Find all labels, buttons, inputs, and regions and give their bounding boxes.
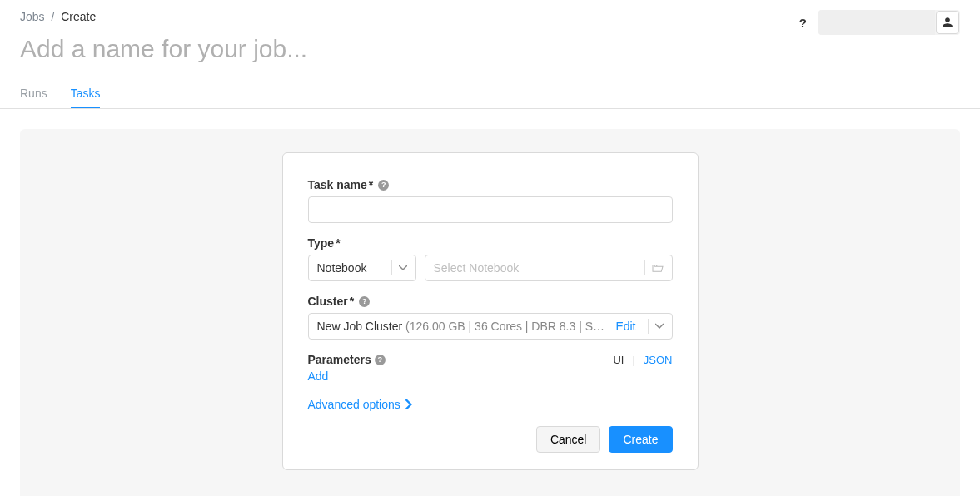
task-name-label: Task name* ? (308, 178, 673, 191)
user-avatar-icon[interactable] (936, 11, 959, 34)
notebook-select-placeholder: Select Notebook (434, 261, 638, 275)
help-tooltip-icon[interactable]: ? (378, 180, 389, 191)
type-select-value: Notebook (317, 261, 385, 275)
create-button[interactable]: Create (609, 426, 672, 453)
help-tooltip-icon[interactable]: ? (375, 355, 386, 365)
cluster-value: New Job Cluster (126.00 GB | 36 Cores | … (317, 320, 611, 333)
breadcrumb-separator: / (51, 10, 54, 23)
user-name-placeholder (818, 10, 935, 35)
help-tooltip-icon[interactable]: ? (359, 296, 370, 307)
notebook-select[interactable]: Select Notebook (425, 255, 673, 281)
chevron-down-icon (655, 322, 664, 330)
breadcrumb: Jobs / Create (20, 10, 96, 23)
content-area: Task name* ? Type* Notebook Select Noteb… (20, 129, 960, 496)
advanced-options-toggle[interactable]: Advanced options (308, 398, 673, 411)
cluster-label: Cluster* ? (308, 295, 673, 308)
type-label: Type* (308, 236, 673, 250)
breadcrumb-root[interactable]: Jobs (20, 10, 45, 23)
task-form-card: Task name* ? Type* Notebook Select Noteb… (282, 152, 699, 470)
tabs: Runs Tasks (0, 80, 980, 109)
params-mode-ui[interactable]: UI (613, 354, 624, 366)
cluster-edit-link[interactable]: Edit (615, 320, 635, 333)
task-name-input[interactable] (308, 196, 673, 223)
advanced-options-label: Advanced options (308, 398, 400, 411)
tab-tasks[interactable]: Tasks (71, 80, 101, 108)
params-mode-json[interactable]: JSON (644, 354, 673, 366)
tab-runs[interactable]: Runs (20, 80, 47, 108)
job-title-input[interactable]: Add a name for your job... (20, 35, 960, 63)
select-divider (391, 260, 392, 275)
chevron-down-icon (399, 264, 407, 272)
cancel-button[interactable]: Cancel (536, 426, 601, 453)
type-select[interactable]: Notebook (308, 255, 416, 281)
parameters-label: Parameters ? (308, 353, 386, 366)
parameters-mode-toggle: UI | JSON (613, 354, 672, 366)
folder-open-icon (652, 263, 664, 273)
breadcrumb-current: Create (61, 10, 96, 23)
help-icon[interactable]: ? (799, 16, 807, 30)
cluster-select[interactable]: New Job Cluster (126.00 GB | 36 Cores | … (308, 313, 673, 340)
select-divider (648, 319, 649, 334)
toggle-separator: | (632, 354, 634, 366)
chevron-right-icon (405, 399, 412, 409)
select-divider (644, 260, 645, 275)
user-menu[interactable] (818, 10, 960, 35)
add-parameter-link[interactable]: Add (308, 370, 329, 383)
